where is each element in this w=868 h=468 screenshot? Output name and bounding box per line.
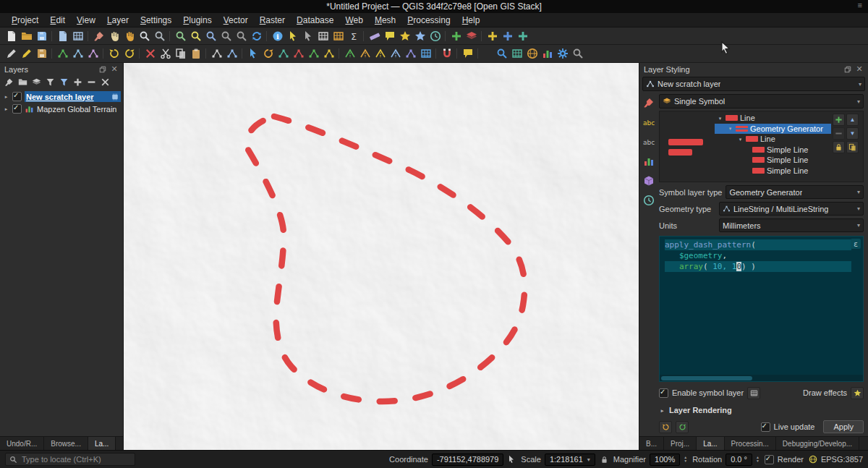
mouse-position-toggle-icon[interactable] [507,455,516,464]
render-checkbox[interactable] [765,455,774,464]
expander-icon[interactable] [727,125,733,132]
live-update-checkbox[interactable] [761,422,770,432]
new-project-button[interactable] [4,29,19,43]
cut-features-button[interactable] [158,46,173,61]
data-defined-override-button[interactable] [747,387,760,399]
split-parts-button[interactable] [388,46,403,61]
dock-tab-b[interactable]: B... [639,437,664,450]
styling-tab-history[interactable] [642,193,656,208]
menu-vector[interactable]: Vector [218,14,254,26]
select-features-button[interactable] [285,29,300,43]
expression-editor[interactable]: apply_dash_pattern( $geometry, array( 10… [659,236,864,382]
dock-tab-browse[interactable]: Browse... [44,437,88,450]
expression-builder-button[interactable]: ε [851,239,861,249]
units-select[interactable]: Millimeters [719,218,864,232]
rotate-feature-button[interactable] [260,46,276,61]
dock-tab-la[interactable]: La... [88,437,116,450]
menu-web[interactable]: Web [339,14,368,26]
move-feature-button[interactable] [245,46,260,61]
remove-symbol-layer-button[interactable] [833,127,845,140]
split-features-button[interactable] [373,46,388,61]
style-redo-button[interactable] [676,421,689,433]
modify-attributes-button[interactable] [418,46,433,61]
scale-combo[interactable]: 1:218161 [545,454,595,466]
window-menu-icon[interactable]: ≡ [858,1,862,9]
collapse-all-button[interactable] [85,76,98,88]
show-layout-manager-button[interactable] [70,29,85,43]
styling-layer-selector[interactable]: New scratch layer [642,77,865,91]
processing-toolbox-button[interactable] [555,46,570,61]
stream-digitizing-button[interactable] [85,46,101,61]
field-calculator-button[interactable] [331,29,346,43]
osm-place-search-button[interactable] [570,46,585,61]
tree-node-simple-line-3[interactable]: Simple Line [715,166,831,176]
filter-legend-button[interactable] [43,76,56,88]
pan-to-selection-button[interactable] [122,29,137,43]
annotation-button[interactable] [460,46,475,61]
new-map-view-button[interactable] [448,29,464,43]
menu-project[interactable]: Project [6,14,44,26]
zoom-last-button[interactable] [218,29,234,43]
enable-symbol-layer-checkbox[interactable] [659,388,668,398]
magnifier-spinbox[interactable]: 100% [650,454,680,466]
style-undo-button[interactable] [659,421,672,433]
zoom-to-layer-button[interactable] [203,29,218,43]
move-up-button[interactable]: ▲ [846,114,859,126]
float-panel-icon[interactable] [843,65,852,74]
draw-effects-button[interactable] [851,387,864,399]
zoom-next-button[interactable] [234,29,249,43]
statistical-summary-button[interactable] [346,29,361,43]
menu-raster[interactable]: Raster [254,14,291,26]
move-down-button[interactable]: ▼ [846,127,859,140]
save-project-button[interactable] [34,29,49,43]
styling-tab-3d-view[interactable] [642,174,656,188]
new-print-layout-button[interactable] [55,29,70,43]
editor-horizontal-scrollbar[interactable] [660,375,863,381]
add-raster-layer-button[interactable] [500,29,515,43]
locator-search[interactable] [5,453,135,466]
zoom-out-button[interactable] [152,29,167,43]
dock-tab-undor[interactable]: Undo/R... [0,437,44,450]
scrollbar-thumb[interactable] [661,376,752,380]
spin-arrows-icon[interactable]: ▲▼ [756,456,760,463]
expand-all-button[interactable] [71,76,84,88]
tree-node-simple-line-2[interactable]: Simple Line [715,155,831,166]
zoom-to-selection-button[interactable] [188,29,203,43]
tree-node-geometry-generator[interactable]: Geometry Generator [715,124,831,135]
dock-tab-processin[interactable]: Processin... [725,437,776,450]
map-refresh-button[interactable] [249,29,264,43]
add-part-button[interactable] [306,46,321,61]
manage-map-themes-button[interactable] [30,76,43,88]
mesh-digitizing-button[interactable] [509,46,524,61]
tree-node-line[interactable]: Line [715,113,831,124]
expander-icon[interactable] [3,106,9,112]
measure-line-button[interactable] [367,29,382,43]
add-vector-layer-button[interactable] [485,29,500,43]
style-manager-button[interactable] [91,29,106,43]
tree-node-simple-line-1[interactable]: Simple Line [715,145,831,156]
map-canvas[interactable] [124,63,639,450]
delete-selected-button[interactable] [142,46,158,61]
layer-item-mapzen-global-terrain[interactable]: Mapzen Global Terrain [0,103,123,115]
new-bookmark-button[interactable] [397,29,412,43]
tree-node-line-sub[interactable]: Line [715,134,831,145]
memory-layer-indicator-icon[interactable] [111,93,119,101]
layer-visibility-checkbox[interactable] [12,92,22,101]
offset-curve-button[interactable] [357,46,373,61]
deselect-features-button[interactable] [300,29,315,43]
snapping-options-button[interactable] [439,46,454,61]
styling-tab-symbology[interactable] [642,95,656,110]
coordinate-value-box[interactable]: -791152,4788979 [432,454,503,466]
map-tips-button[interactable] [382,29,397,43]
open-project-button[interactable] [19,29,34,43]
menu-help[interactable]: Help [456,14,486,26]
styling-tab-diagrams[interactable] [642,154,656,169]
remove-layer-button[interactable] [98,76,111,88]
zoom-in-button[interactable] [137,29,152,43]
layer-rendering-section[interactable]: Layer Rendering [659,406,864,414]
expander-icon[interactable] [3,93,9,100]
merge-features-button[interactable] [403,46,418,61]
collapse-arrow-icon[interactable] [659,407,665,414]
dock-tab-la[interactable]: La... [697,437,724,450]
menu-plugins[interactable]: Plugins [177,14,217,26]
